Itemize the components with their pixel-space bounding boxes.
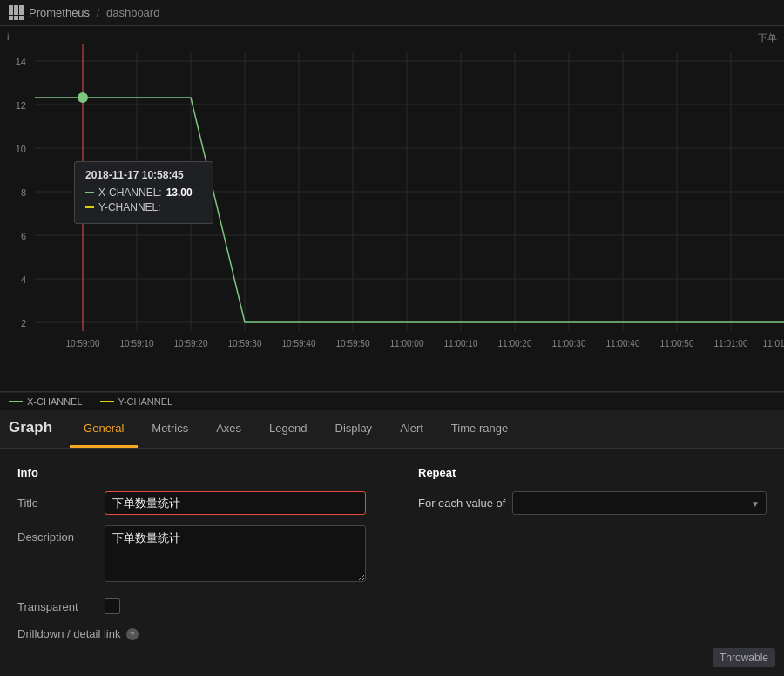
tab-general[interactable]: General <box>70 411 138 448</box>
transparent-row: Transparent <box>17 595 366 617</box>
panel-title: Graph <box>9 410 70 448</box>
svg-text:11:01:00: 11:01:00 <box>714 339 748 348</box>
tooltip-x-label: X-CHANNEL: <box>98 186 162 199</box>
tabs-section: Graph General Metrics Axes Legend Displa… <box>0 410 784 449</box>
title-control <box>105 491 366 515</box>
transparent-checkbox[interactable] <box>105 598 120 614</box>
tooltip-x-value: 13.00 <box>166 186 193 199</box>
tab-display[interactable]: Display <box>321 411 387 448</box>
breadcrumb-page: dashboard <box>106 6 159 19</box>
help-icon[interactable]: ? <box>126 628 139 640</box>
settings-left: Info Title Description 下单数量统计 Transparen… <box>17 466 401 640</box>
svg-text:10:59:10: 10:59:10 <box>120 339 154 348</box>
breadcrumb-app[interactable]: Prometheus <box>29 6 90 19</box>
transparent-control <box>105 595 366 617</box>
title-input[interactable] <box>105 491 366 515</box>
svg-text:11:00:50: 11:00:50 <box>660 339 694 348</box>
svg-text:10:59:20: 10:59:20 <box>174 339 208 348</box>
description-control: 下单数量统计 <box>105 525 366 585</box>
legend-x-channel[interactable]: X-CHANNEL <box>9 396 83 407</box>
transparent-label: Transparent <box>17 595 105 613</box>
drilldown-label: Drilldown / detail link <box>17 627 121 640</box>
for-each-label: For each value of <box>418 497 505 510</box>
tab-legend[interactable]: Legend <box>255 411 321 448</box>
chart-tooltip: 2018-11-17 10:58:45 X-CHANNEL: 13.00 Y-C… <box>74 161 213 224</box>
tab-metrics[interactable]: Metrics <box>138 411 202 448</box>
info-section-title: Info <box>17 466 366 479</box>
description-textarea[interactable]: 下单数量统计 <box>105 525 366 582</box>
title-row: Title <box>17 491 366 515</box>
legend-y-dash <box>100 401 114 402</box>
chart-container: i 下单 2 4 6 8 10 12 14 10:59:0 <box>0 26 784 392</box>
svg-text:11:00:00: 11:00:00 <box>390 339 424 348</box>
for-each-select[interactable] <box>512 491 767 515</box>
settings-body: Info Title Description 下单数量统计 Transparen… <box>0 449 784 658</box>
svg-text:4: 4 <box>21 274 26 285</box>
chart-legend: X-CHANNEL Y-CHANNEL <box>0 392 784 410</box>
description-row: Description 下单数量统计 <box>17 525 366 585</box>
drilldown-row: Drilldown / detail link ? <box>17 627 366 640</box>
svg-text:10:59:30: 10:59:30 <box>228 339 262 348</box>
svg-text:2: 2 <box>21 318 26 328</box>
tooltip-y-label: Y-CHANNEL: <box>98 201 161 213</box>
legend-y-channel[interactable]: Y-CHANNEL <box>100 396 173 407</box>
chart-title-right: 下单 <box>758 31 777 44</box>
settings-right: Repeat For each value of <box>401 466 767 640</box>
topbar: Prometheus / dashboard <box>0 0 784 26</box>
svg-text:11:00:10: 11:00:10 <box>444 339 478 348</box>
repeat-row: For each value of <box>418 491 767 515</box>
repeat-section-title: Repeat <box>418 466 767 479</box>
tooltip-y-channel: Y-CHANNEL: <box>85 201 202 213</box>
svg-text:14: 14 <box>16 57 26 67</box>
tab-axes[interactable]: Axes <box>202 411 255 448</box>
svg-text:10:59:00: 10:59:00 <box>66 339 100 348</box>
legend-y-label: Y-CHANNEL <box>118 396 173 407</box>
watermark: Throwable <box>713 648 775 667</box>
tab-time-range[interactable]: Time range <box>437 411 522 448</box>
svg-text:11:00:30: 11:00:30 <box>552 339 586 348</box>
chart-info-icon: i <box>7 31 9 42</box>
legend-x-dash <box>9 401 23 402</box>
svg-text:6: 6 <box>21 231 26 241</box>
tooltip-y-dot <box>85 206 94 208</box>
tab-alert[interactable]: Alert <box>386 411 437 448</box>
description-label: Description <box>17 525 105 544</box>
breadcrumb-separator: / <box>97 6 100 19</box>
tooltip-date: 2018-11-17 10:58:45 <box>85 169 202 181</box>
svg-text:8: 8 <box>21 187 26 198</box>
app-logo: Prometheus / dashboard <box>9 5 159 20</box>
svg-text:11:01:10: 11:01:10 <box>763 339 784 348</box>
svg-text:10: 10 <box>16 144 26 154</box>
svg-text:11:00:40: 11:00:40 <box>606 339 640 348</box>
svg-text:12: 12 <box>16 100 26 111</box>
for-each-select-wrapper <box>512 491 767 515</box>
svg-text:10:59:40: 10:59:40 <box>282 339 316 348</box>
breadcrumb: Prometheus / dashboard <box>29 6 159 19</box>
tooltip-x-channel: X-CHANNEL: 13.00 <box>85 186 202 199</box>
tooltip-x-dot <box>85 192 94 193</box>
svg-text:10:59:50: 10:59:50 <box>336 339 370 348</box>
svg-text:11:00:20: 11:00:20 <box>498 339 532 348</box>
svg-point-43 <box>78 93 87 102</box>
grid-icon <box>9 5 24 20</box>
title-label: Title <box>17 491 105 510</box>
legend-x-label: X-CHANNEL <box>27 396 83 407</box>
